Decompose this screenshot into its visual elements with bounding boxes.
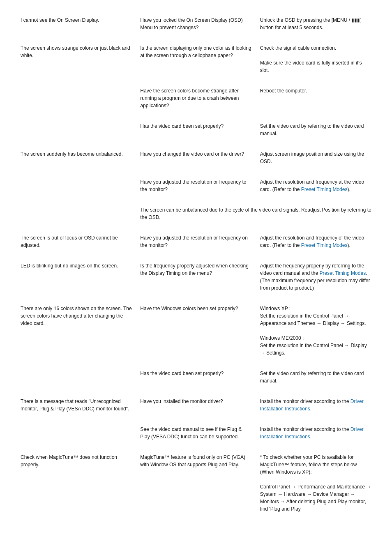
table-row: The screen shows strange colors or just … — [16, 40, 376, 78]
check-cell: Have the Windows colors been set properl… — [136, 301, 256, 361]
check-cell: Have the screen colors become strange af… — [136, 83, 256, 113]
preset-timing-link[interactable]: Preset Timing Modes — [301, 242, 348, 248]
check-cell: Have you locked the On Screen Display (O… — [136, 12, 256, 35]
table-row: The screen is out of focus or OSD cannot… — [16, 230, 376, 253]
solution-cell: Check the signal cable connection. Make … — [256, 40, 376, 78]
check-cell: Have you adjusted the resolution or freq… — [136, 230, 256, 253]
table-row: LED is blinking but no images on the scr… — [16, 258, 376, 296]
symptom-cell: There is a message that reads "Unrecogni… — [16, 394, 136, 444]
solution-cell: Adjust the resolution and frequency of t… — [256, 230, 376, 253]
check-cell: Have you changed the video card or the d… — [136, 146, 256, 169]
solution-cell: Windows XP : Set the resolution in the C… — [256, 301, 376, 361]
symptom-cell: I cannot see the On Screen Display. — [16, 12, 136, 35]
table-row: Check when MagicTune™ does not function … — [16, 449, 376, 517]
solution-span-cell: The screen can be unbalanced due to the … — [136, 202, 376, 225]
symptom-cell: The screen suddenly has become unbalance… — [16, 146, 136, 197]
table-row: Has the video card been set properly? Se… — [16, 118, 376, 141]
preset-timing-link[interactable]: Preset Timing Modes — [319, 270, 366, 276]
symptom-cell: Check when MagicTune™ does not function … — [16, 449, 136, 517]
check-cell: Has the video card been set properly? — [136, 118, 256, 141]
table-row: I cannot see the On Screen Display. Have… — [16, 12, 376, 35]
symptom-cell: LED is blinking but no images on the scr… — [16, 258, 136, 296]
troubleshoot-table: I cannot see the On Screen Display. Have… — [16, 12, 376, 517]
solution-cell: Install the monitor driver according to … — [256, 421, 376, 444]
driver-install-link[interactable]: Driver Installation Instructions — [260, 398, 364, 412]
driver-install-link[interactable]: Driver Installation Instructions — [260, 426, 364, 440]
solution-cell: Reboot the computer. — [256, 83, 376, 113]
solution-cell: Unlock the OSD by pressing the [MENU / ▮… — [256, 12, 376, 35]
check-cell: Have you adjusted the resolution or freq… — [136, 174, 256, 197]
check-cell: MagicTune™ feature is found only on PC (… — [136, 449, 256, 517]
check-cell: Have you installed the monitor driver? — [136, 394, 256, 417]
check-cell: Is the frequency properly adjusted when … — [136, 258, 256, 296]
symptom-cell: The screen shows strange colors or just … — [16, 40, 136, 113]
solution-cell: Adjust the frequency properly by referri… — [256, 258, 376, 296]
symptom-cell — [16, 202, 136, 225]
solution-cell: Install the monitor driver according to … — [256, 394, 376, 417]
check-cell: Has the video card been set properly? — [136, 366, 256, 389]
table-row: The screen suddenly has become unbalance… — [16, 146, 376, 169]
table-row: The screen can be unbalanced due to the … — [16, 202, 376, 225]
solution-cell: Set the video card by referring to the v… — [256, 118, 376, 141]
solution-cell: Set the video card by referring to the v… — [256, 366, 376, 389]
table-row: There is a message that reads "Unrecogni… — [16, 394, 376, 417]
check-cell: Is the screen displaying only one color … — [136, 40, 256, 78]
symptom-cell: There are only 16 colors shown on the sc… — [16, 301, 136, 389]
solution-cell: Adjust the resolution and frequency at t… — [256, 174, 376, 197]
symptom-cell: The screen is out of focus or OSD cannot… — [16, 230, 136, 253]
check-cell: See the video card manual to see if the … — [136, 421, 256, 444]
solution-cell: * To check whether your PC is available … — [256, 449, 376, 517]
table-row: There are only 16 colors shown on the sc… — [16, 301, 376, 361]
symptom-cell — [16, 118, 136, 141]
solution-cell: Adjust screen image position and size us… — [256, 146, 376, 169]
preset-timing-link[interactable]: Preset Timing Modes — [301, 187, 348, 192]
